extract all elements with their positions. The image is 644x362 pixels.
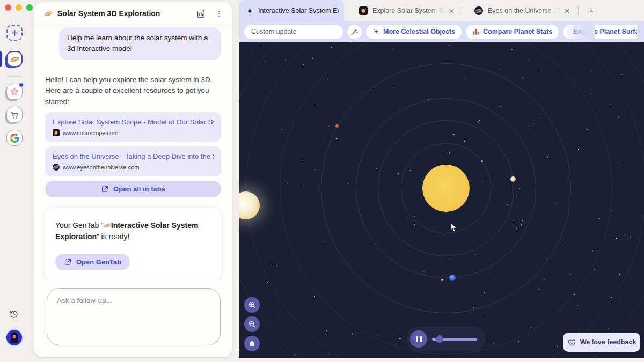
link-title[interactable]: Eyes on the Universe - Taking a Deep Div… bbox=[53, 152, 214, 160]
tab-separator bbox=[578, 6, 579, 15]
sparkle-icon bbox=[372, 28, 380, 35]
pill-label: Compare Planet Stats bbox=[483, 28, 552, 35]
custom-update-input[interactable] bbox=[244, 25, 343, 39]
saturn-icon bbox=[44, 9, 53, 18]
link-url: www.solarscope.com bbox=[63, 130, 118, 136]
zoom-in-button[interactable] bbox=[244, 297, 260, 313]
bottom-strip bbox=[239, 358, 644, 362]
gentab-toolbar: More Celestial Objects Compare Planet St… bbox=[239, 21, 644, 42]
screen: Solar System 3D Exploration Help me lear… bbox=[0, 0, 644, 362]
new-tab-button[interactable] bbox=[584, 4, 597, 17]
chat-menu-button[interactable] bbox=[214, 8, 224, 19]
speed-slider[interactable] bbox=[432, 335, 477, 343]
pill-label: Explore Planet Surfac bbox=[573, 28, 637, 35]
gentab-text-suffix: ” is ready! bbox=[97, 232, 129, 241]
gentab-ready-text: Your GenTab “Interactive Solar System Ex… bbox=[55, 220, 211, 242]
playback-controls bbox=[406, 327, 486, 351]
tab-eyes-on-universe[interactable]: Eyes on the Universe - Taking bbox=[467, 0, 574, 21]
composer bbox=[47, 288, 221, 345]
heart-smiley-icon bbox=[567, 338, 576, 347]
home-view-button[interactable] bbox=[244, 336, 260, 351]
new-space-button[interactable] bbox=[6, 25, 23, 41]
close-window-button[interactable] bbox=[5, 4, 11, 11]
tab-solar-system-scope[interactable]: Explore Solar System Scope - bbox=[352, 0, 459, 21]
tab-interactive-solar-system[interactable]: Interactive Solar System Explor... bbox=[239, 0, 344, 21]
chat-panel: Solar System 3D Exploration Help me lear… bbox=[34, 2, 232, 357]
history-button[interactable] bbox=[9, 309, 19, 319]
solarscope-favicon bbox=[359, 6, 368, 15]
plus-dashed-icon bbox=[11, 29, 19, 37]
pill-label: More Celestial Objects bbox=[383, 28, 455, 35]
space-tab-shopping[interactable] bbox=[6, 107, 23, 123]
pill-clip: Explore Planet Surfac bbox=[563, 25, 637, 39]
open-in-new-icon bbox=[101, 185, 109, 193]
gentab-ready-card: Your GenTab “Interactive Solar System Ex… bbox=[45, 208, 221, 280]
history-icon bbox=[9, 309, 19, 319]
user-avatar[interactable] bbox=[6, 330, 22, 345]
tab-strip: Interactive Solar System Explor... Explo… bbox=[239, 0, 644, 21]
kebab-menu-icon bbox=[215, 10, 223, 18]
magic-wand-button[interactable] bbox=[347, 25, 362, 39]
open-all-label: Open all in tabs bbox=[113, 185, 165, 193]
solarscope-favicon bbox=[53, 129, 60, 136]
toolbar-right-icons bbox=[641, 26, 644, 38]
open-gentab-label: Open GenTab bbox=[76, 258, 121, 266]
planet-venus[interactable] bbox=[510, 176, 516, 182]
undo-button[interactable] bbox=[641, 26, 644, 38]
sun[interactable] bbox=[422, 165, 470, 212]
planet-mars[interactable] bbox=[335, 124, 339, 128]
zoom-window-button[interactable] bbox=[26, 4, 33, 11]
saturn-icon bbox=[104, 221, 111, 229]
slider-thumb[interactable] bbox=[436, 335, 443, 343]
tab-label: Eyes on the Universe - Taking bbox=[488, 7, 562, 14]
magic-wand-icon bbox=[350, 28, 358, 36]
explore-planet-surfaces-button[interactable]: Explore Planet Surfac bbox=[563, 25, 637, 39]
open-in-new-icon bbox=[64, 258, 72, 266]
eyesuniverse-favicon bbox=[474, 6, 483, 15]
more-celestial-objects-button[interactable]: More Celestial Objects bbox=[366, 25, 462, 39]
window-controls bbox=[5, 4, 33, 11]
followup-input[interactable] bbox=[47, 288, 221, 345]
space-tab-solar-system[interactable] bbox=[6, 51, 23, 67]
gentab-text-prefix: Your GenTab “ bbox=[55, 221, 104, 230]
close-tab-button[interactable] bbox=[447, 6, 456, 15]
link-title[interactable]: Explore Solar System Scope - Model of Ou… bbox=[53, 118, 214, 126]
chat-title: Solar System 3D Exploration bbox=[57, 9, 188, 18]
cart-icon bbox=[10, 110, 19, 120]
planet-earth[interactable] bbox=[449, 275, 456, 281]
google-g-icon bbox=[10, 134, 19, 143]
new-gentab-button[interactable] bbox=[195, 8, 206, 19]
tab-label: Explore Solar System Scope - bbox=[372, 7, 447, 14]
close-tab-button[interactable] bbox=[562, 6, 571, 15]
chat-messages: Help me learn about the solar system wit… bbox=[34, 25, 232, 280]
close-icon bbox=[564, 8, 570, 14]
moon bbox=[441, 279, 443, 281]
compare-planet-stats-button[interactable]: Compare Planet Stats bbox=[466, 25, 559, 39]
saturn-icon bbox=[569, 28, 570, 36]
four-point-star-icon bbox=[246, 8, 253, 14]
solar-system-canvas[interactable]: We love feedback bbox=[239, 42, 644, 358]
home-icon bbox=[248, 339, 256, 348]
notification-dot bbox=[19, 83, 24, 87]
space-tab-blossom[interactable] bbox=[6, 84, 23, 100]
link-card[interactable]: Eyes on the Universe - Taking a Deep Div… bbox=[45, 146, 221, 176]
active-space-indicator bbox=[0, 51, 2, 67]
plus-icon bbox=[587, 7, 595, 15]
planet-mercury[interactable] bbox=[481, 160, 483, 162]
open-all-in-tabs-button[interactable]: Open all in tabs bbox=[45, 181, 221, 197]
mouse-cursor bbox=[450, 222, 458, 233]
zoom-out-button[interactable] bbox=[244, 316, 260, 332]
link-card[interactable]: Explore Solar System Scope - Model of Ou… bbox=[45, 112, 221, 142]
user-message-bubble: Help me learn about the solar system wit… bbox=[59, 27, 221, 60]
chat-header: Solar System 3D Exploration bbox=[34, 2, 232, 25]
feedback-button[interactable]: We love feedback bbox=[563, 333, 640, 352]
zoom-in-icon bbox=[248, 301, 256, 309]
open-gentab-button[interactable]: Open GenTab bbox=[55, 254, 130, 270]
eyesuniverse-favicon bbox=[53, 164, 60, 171]
google-button[interactable] bbox=[6, 130, 23, 146]
new-gentab-icon bbox=[196, 9, 206, 19]
tab-label: Interactive Solar System Explor... bbox=[258, 7, 339, 14]
minimize-window-button[interactable] bbox=[16, 4, 22, 11]
close-icon bbox=[449, 8, 455, 14]
pause-button[interactable] bbox=[410, 330, 427, 348]
